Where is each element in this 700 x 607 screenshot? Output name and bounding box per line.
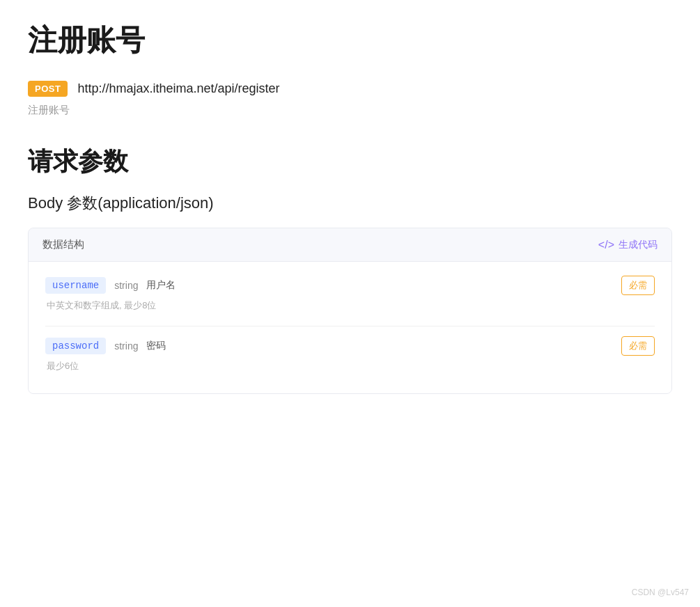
param-label-username: 用户名	[146, 279, 176, 292]
generate-code-label: 生成代码	[619, 239, 658, 251]
request-params-title: 请求参数	[28, 145, 672, 179]
endpoint-url: http://hmajax.itheima.net/api/register	[77, 81, 279, 96]
data-structure-label: 数据结构	[42, 238, 84, 251]
required-badge-username: 必需	[621, 276, 655, 295]
param-row-password: password string 密码 必需 最少6位	[45, 336, 655, 372]
param-name-password: password	[45, 338, 106, 354]
param-type-username: string	[114, 280, 138, 291]
required-badge-password: 必需	[621, 336, 655, 356]
param-main-password: password string 密码 必需	[45, 336, 655, 356]
param-name-username: username	[45, 277, 106, 294]
param-desc-username: 中英文和数字组成, 最少8位	[47, 299, 655, 312]
param-left-username: username string 用户名	[45, 277, 176, 294]
watermark: CSDN @Lv547	[632, 588, 689, 597]
code-icon: </>	[598, 239, 614, 251]
param-divider	[45, 326, 655, 326]
generate-code-button[interactable]: </> 生成代码	[598, 239, 658, 251]
param-left-password: password string 密码	[45, 338, 166, 354]
param-desc-password: 最少6位	[47, 360, 655, 372]
params-body: username string 用户名 必需 中英文和数字组成, 最少8位 pa…	[29, 262, 671, 393]
params-table: 数据结构 </> 生成代码 username string 用户名 必需 中英文…	[28, 228, 672, 394]
param-label-password: 密码	[146, 340, 166, 352]
method-badge: POST	[28, 81, 68, 97]
body-params-title: Body 参数(application/json)	[28, 193, 672, 214]
param-type-password: string	[114, 340, 138, 352]
param-row-username: username string 用户名 必需 中英文和数字组成, 最少8位	[45, 276, 655, 312]
page-title: 注册账号	[28, 21, 672, 60]
api-endpoint: POST http://hmajax.itheima.net/api/regis…	[28, 81, 672, 97]
params-header: 数据结构 </> 生成代码	[29, 228, 671, 262]
param-main-username: username string 用户名 必需	[45, 276, 655, 295]
api-description: 注册账号	[28, 104, 672, 117]
